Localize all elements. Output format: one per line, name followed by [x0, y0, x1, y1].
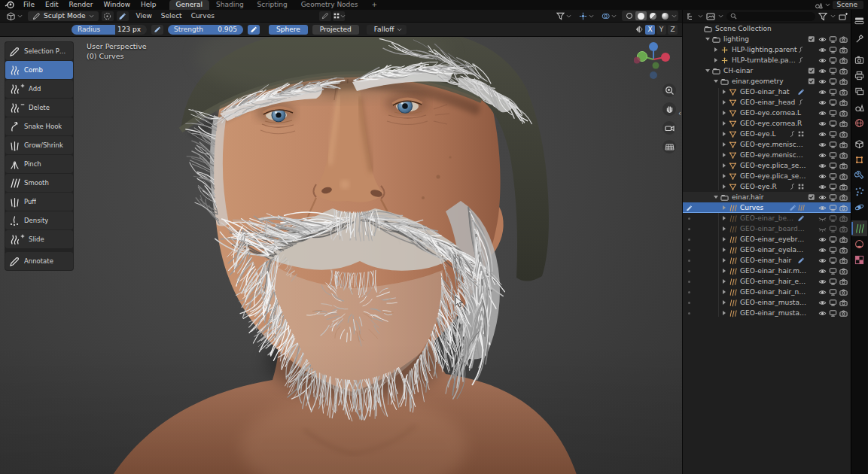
disable-viewports-toggle[interactable] [827, 183, 838, 191]
disable-viewports-toggle[interactable] [827, 88, 838, 96]
camera-view-button[interactable] [662, 121, 676, 135]
expand-arrow[interactable] [720, 216, 727, 220]
disable-render-toggle[interactable] [838, 67, 848, 75]
tool-add[interactable]: Add [5, 80, 73, 98]
disable-render-toggle[interactable] [838, 235, 848, 244]
disable-render-toggle[interactable] [838, 257, 848, 265]
outliner-row-geo-eye-meniscus-l[interactable]: GEO-eye.meniscus.L [683, 139, 851, 150]
mode-selector[interactable]: Sculpt Mode [28, 11, 99, 21]
workspace-tab-shading[interactable]: Shading [209, 0, 251, 10]
outliner-row-geo-einar-hair-ears[interactable]: GEO-einar_hair_ears [683, 276, 851, 287]
outliner-row-geo-einar-hair-nose[interactable]: GEO-einar_hair_nose [683, 287, 851, 297]
object-type-visibility-button[interactable] [554, 11, 574, 21]
disable-viewports-toggle[interactable] [827, 99, 838, 107]
viewport-menu-curves[interactable]: Curves [187, 12, 219, 20]
outliner-row-geo-einar-mustache-m[interactable]: GEO-einar_mustache.m [683, 308, 851, 318]
menu-file[interactable]: File [18, 0, 40, 10]
editor-type-button[interactable] [4, 11, 25, 22]
expand-arrow[interactable] [720, 237, 727, 242]
outliner-row-geo-einar-head[interactable]: GEO-einar_head [683, 97, 851, 108]
outliner-row-scene-collection[interactable]: Scene Collection [683, 23, 851, 34]
outliner-row-geo-eye-l[interactable]: GEO-eye.L [683, 129, 851, 139]
gizmos-toggle[interactable] [577, 11, 596, 21]
disable-render-toggle[interactable] [838, 172, 848, 181]
expand-arrow[interactable] [720, 121, 727, 126]
expand-arrow[interactable] [704, 69, 711, 72]
workspace-tab-scripting[interactable]: Scripting [251, 0, 294, 10]
hide-viewport-toggle[interactable] [817, 309, 827, 318]
strength-pressure-button[interactable] [248, 25, 260, 35]
expand-arrow[interactable] [720, 311, 727, 315]
disable-render-toggle[interactable] [838, 214, 848, 223]
hide-viewport-toggle[interactable] [817, 56, 827, 65]
navigation-gizmo[interactable] [634, 40, 673, 79]
tool-annotate[interactable]: Annotate [5, 252, 73, 270]
menu-help[interactable]: Help [136, 0, 162, 10]
outliner-row-geo-eye-r[interactable]: GEO-eye.R [683, 181, 851, 192]
filter-funnel-icon[interactable] [818, 12, 827, 21]
expand-arrow[interactable] [720, 142, 727, 147]
hide-viewport-toggle[interactable] [817, 120, 827, 128]
properties-tab-scene[interactable] [851, 99, 867, 115]
expand-arrow[interactable] [704, 38, 711, 41]
checkbox-toggle[interactable] [806, 77, 817, 85]
properties-tab-object[interactable] [851, 152, 867, 168]
properties-tab-physics[interactable] [851, 199, 867, 215]
disable-viewports-toggle[interactable] [827, 77, 838, 86]
hide-viewport-toggle[interactable] [817, 172, 827, 181]
disable-viewports-toggle[interactable] [827, 193, 838, 202]
disable-viewports-toggle[interactable] [827, 288, 838, 296]
menu-render[interactable]: Render [64, 0, 99, 10]
hide-viewport-toggle[interactable] [817, 204, 827, 212]
disable-viewports-toggle[interactable] [827, 162, 838, 170]
disable-render-toggle[interactable] [838, 299, 848, 307]
outliner-row-geo-einar-hair-messy[interactable]: GEO-einar_hair.messy [683, 266, 851, 276]
outliner-row-geo-eye-meniscus-r[interactable]: GEO-eye.meniscus.R [683, 150, 851, 160]
properties-tab-material[interactable] [851, 236, 867, 252]
falloff-dropdown[interactable]: Falloff [367, 25, 407, 35]
mirror-z-button[interactable]: Z [668, 25, 678, 35]
hide-viewport-toggle[interactable] [817, 299, 827, 307]
outliner-row-geo-einar-hat[interactable]: GEO-einar_hat [683, 87, 851, 97]
outliner-row-hlp-lighting-parent[interactable]: HLP-lighting.parent [683, 44, 851, 55]
falloff-shape-toggle[interactable] [102, 11, 114, 21]
tool-slide[interactable]: Slide [5, 230, 73, 248]
outliner-row-lighting[interactable]: lighting [683, 34, 851, 44]
zoom-button[interactable] [662, 84, 676, 97]
disable-viewports-toggle[interactable] [827, 120, 838, 128]
expand-arrow[interactable] [720, 111, 727, 115]
disable-viewports-toggle[interactable] [827, 246, 838, 254]
properties-tab-render[interactable] [851, 52, 867, 68]
scene-selector[interactable]: Scene [815, 1, 865, 9]
hide-viewport-toggle[interactable] [817, 225, 827, 233]
disable-render-toggle[interactable] [838, 183, 848, 191]
hide-viewport-toggle[interactable] [817, 246, 827, 254]
tool-snake-hook[interactable]: Snake Hook [5, 117, 73, 135]
disable-viewports-toggle[interactable] [827, 225, 838, 233]
perspective-toggle-button[interactable] [662, 140, 676, 153]
expand-arrow[interactable] [712, 47, 719, 52]
outliner-search[interactable] [726, 12, 815, 21]
expand-arrow[interactable] [720, 290, 727, 294]
tool-density[interactable]: Density [5, 211, 73, 229]
workspace-tab-geometry-nodes[interactable]: Geometry Nodes [294, 0, 365, 10]
brush-preview-button[interactable] [319, 11, 331, 21]
outliner-row-einar-geometry[interactable]: einar.geometry [683, 76, 851, 87]
outliner-row-geo-einar-hair[interactable]: GEO-einar_hair [683, 255, 851, 266]
disable-viewports-toggle[interactable] [827, 267, 838, 275]
checkbox-toggle[interactable] [806, 67, 817, 74]
outliner-row-geo-einar-mustache[interactable]: GEO-einar_mustache [683, 297, 851, 308]
outliner-row-geo-eye-cornea-l[interactable]: GEO-eye.cornea.L [683, 108, 851, 118]
display-mode-icon[interactable] [686, 12, 695, 21]
disable-viewports-toggle[interactable] [827, 204, 838, 212]
sphere-button[interactable]: Sphere [269, 25, 308, 35]
hide-viewport-toggle[interactable] [817, 162, 827, 170]
expand-arrow[interactable] [712, 58, 719, 62]
disable-viewports-toggle[interactable] [827, 278, 838, 286]
expand-arrow[interactable] [720, 153, 727, 157]
outliner-row-geo-eye-plica-semilun[interactable]: GEO-eye.plica_semilun [683, 171, 851, 181]
brush-asset-grid-button[interactable] [333, 11, 345, 21]
disable-viewports-toggle[interactable] [827, 172, 838, 181]
expand-arrow[interactable] [720, 90, 727, 94]
disable-viewports-toggle[interactable] [827, 109, 838, 117]
